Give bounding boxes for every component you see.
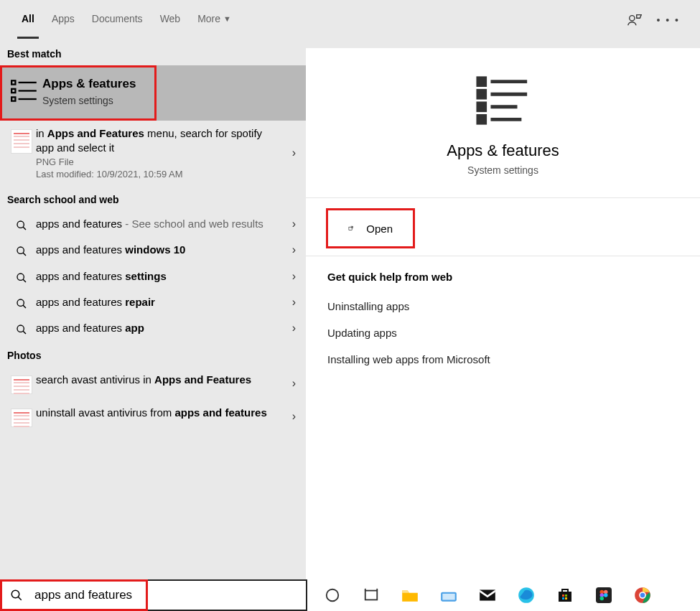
- svg-point-44: [604, 593, 608, 597]
- svg-rect-37: [562, 594, 564, 597]
- svg-rect-5: [11, 97, 15, 101]
- web-result-text: apps and features - See school and web r…: [36, 217, 279, 231]
- web-result-1[interactable]: apps and features windows 10 ›: [0, 237, 306, 263]
- search-scope-tabs: All Apps Documents Web More ▼ • • •: [0, 0, 700, 39]
- keyboard-icon[interactable]: [438, 584, 459, 606]
- section-school-web: Search school and web: [0, 185, 306, 211]
- svg-line-14: [23, 305, 26, 308]
- search-icon: [16, 220, 27, 231]
- open-icon: [348, 222, 353, 235]
- web-result-3[interactable]: apps and features repair ›: [0, 289, 306, 315]
- web-result-text: apps and features app: [36, 321, 279, 335]
- preview-subtitle: System settings: [320, 160, 686, 183]
- help-link-uninstalling[interactable]: Uninstalling apps: [327, 293, 678, 320]
- best-match-title: Apps & features: [42, 76, 136, 93]
- photo-thumbnail-icon: [11, 376, 32, 394]
- more-options-icon[interactable]: • • •: [657, 14, 680, 26]
- best-match-subtitle: System settings: [42, 93, 136, 108]
- chevron-right-icon: ›: [292, 146, 296, 159]
- svg-line-8: [23, 227, 26, 230]
- taskbar-app-icons: [307, 579, 653, 611]
- chevron-right-icon: ›: [292, 322, 296, 335]
- apps-features-large-icon: [475, 73, 531, 129]
- web-result-4[interactable]: apps and features app ›: [0, 315, 306, 341]
- taskbar-search[interactable]: [0, 579, 307, 611]
- tab-all[interactable]: All: [13, 7, 43, 33]
- tab-more[interactable]: More ▼: [189, 7, 240, 33]
- svg-rect-38: [565, 594, 567, 597]
- search-icon: [1, 589, 30, 602]
- svg-rect-29: [365, 591, 378, 600]
- cortana-icon[interactable]: [322, 584, 343, 606]
- svg-point-0: [629, 15, 634, 20]
- tab-documents[interactable]: Documents: [83, 7, 151, 33]
- open-label: Open: [366, 223, 393, 235]
- tab-web[interactable]: Web: [151, 7, 190, 33]
- svg-rect-3: [11, 89, 15, 93]
- svg-point-26: [11, 590, 19, 598]
- apps-features-icon: [9, 76, 39, 106]
- photo-result-0[interactable]: search avast antivirus in Apps and Featu…: [0, 367, 306, 400]
- svg-point-13: [17, 299, 24, 306]
- preview-title: Apps & features: [320, 129, 686, 160]
- svg-rect-21: [477, 103, 485, 111]
- photo-result-1[interactable]: uninstall avast antivirus from apps and …: [0, 400, 306, 433]
- svg-line-10: [23, 253, 26, 256]
- section-best-match: Best match: [0, 39, 306, 65]
- svg-point-46: [600, 597, 605, 601]
- search-icon: [16, 246, 27, 257]
- svg-rect-39: [562, 597, 564, 600]
- file-result-type: PNG File: [36, 155, 279, 167]
- help-header: Get quick help from web: [327, 271, 678, 293]
- task-view-icon[interactable]: [360, 584, 382, 606]
- mail-icon[interactable]: [477, 584, 498, 606]
- edge-icon[interactable]: [515, 584, 537, 606]
- chrome-icon[interactable]: [632, 584, 653, 606]
- svg-point-7: [17, 221, 24, 228]
- file-result[interactable]: in Apps and Features menu, search for sp…: [0, 121, 306, 186]
- photo-result-text: uninstall avast antivirus from apps and …: [36, 406, 279, 420]
- chevron-down-icon: ▼: [223, 14, 231, 23]
- store-icon[interactable]: [554, 584, 576, 606]
- chevron-right-icon: ›: [292, 296, 296, 309]
- svg-point-28: [327, 589, 339, 602]
- section-photos: Photos: [0, 341, 306, 367]
- search-icon: [16, 272, 27, 284]
- help-link-installing[interactable]: Installing web apps from Microsoft: [327, 346, 678, 373]
- svg-line-27: [18, 597, 22, 600]
- chevron-right-icon: ›: [292, 377, 296, 390]
- help-link-updating[interactable]: Updating apps: [327, 320, 678, 346]
- svg-rect-23: [477, 116, 485, 123]
- web-result-0[interactable]: apps and features - See school and web r…: [0, 211, 306, 237]
- search-input[interactable]: [30, 582, 306, 608]
- search-icon: [16, 324, 27, 335]
- search-icon: [16, 298, 27, 309]
- photo-thumbnail-icon: [11, 409, 32, 427]
- svg-point-49: [640, 593, 645, 598]
- feedback-icon[interactable]: [627, 12, 643, 28]
- svg-rect-40: [565, 597, 567, 600]
- svg-rect-19: [477, 90, 485, 98]
- svg-line-16: [23, 331, 26, 334]
- web-result-2[interactable]: apps and features settings ›: [0, 263, 306, 289]
- file-result-modified: Last modified: 10/9/2021, 10:59 AM: [36, 167, 279, 179]
- web-result-text: apps and features repair: [36, 295, 279, 309]
- svg-rect-1: [11, 80, 15, 84]
- svg-point-15: [17, 325, 24, 332]
- best-match-result[interactable]: Apps & features System settings: [0, 65, 157, 121]
- chevron-right-icon: ›: [292, 243, 296, 256]
- chevron-right-icon: ›: [292, 270, 296, 283]
- figma-icon[interactable]: [593, 584, 615, 606]
- file-result-title: in Apps and Features menu, search for sp…: [36, 126, 279, 156]
- web-result-text: apps and features windows 10: [36, 243, 279, 257]
- svg-point-11: [17, 274, 24, 280]
- photo-result-text: search avast antivirus in Apps and Featu…: [36, 373, 279, 387]
- svg-rect-17: [477, 78, 485, 85]
- chevron-right-icon: ›: [292, 218, 296, 230]
- file-explorer-icon[interactable]: [399, 584, 421, 606]
- tab-more-label: More: [197, 13, 220, 24]
- tab-apps[interactable]: Apps: [43, 7, 83, 33]
- web-result-text: apps and features settings: [36, 269, 279, 284]
- svg-line-12: [23, 279, 26, 282]
- open-button[interactable]: Open: [326, 208, 415, 248]
